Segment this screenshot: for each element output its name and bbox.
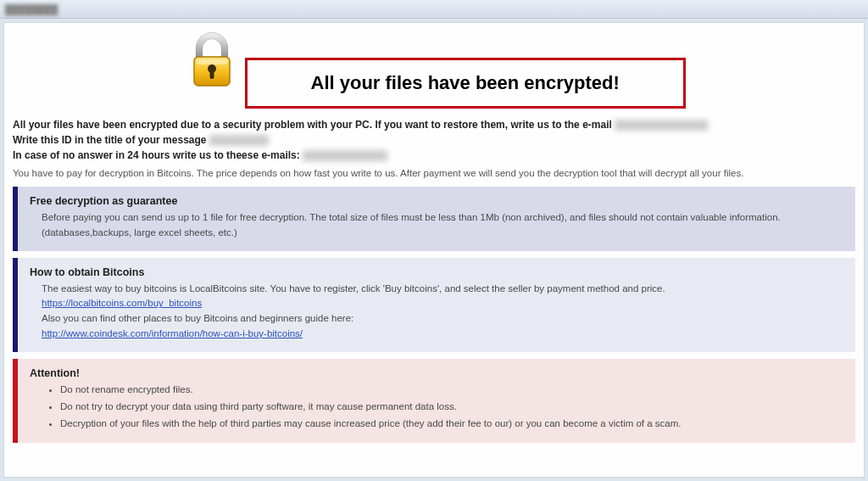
panel-guarantee-title: Free decryption as guarantee bbox=[30, 195, 843, 207]
bitcoins-line-1: The easiest way to buy bitcoins is Local… bbox=[42, 282, 843, 297]
attention-list: Do not rename encrypted files. Do not tr… bbox=[42, 383, 843, 431]
list-item: Do not rename encrypted files. bbox=[60, 383, 843, 398]
intro-line-1: All your files have been encrypted due t… bbox=[13, 117, 855, 132]
titlebar-text: ████████ bbox=[5, 4, 58, 14]
svg-rect-1 bbox=[197, 59, 227, 64]
panel-attention: Attention! Do not rename encrypted files… bbox=[13, 359, 855, 443]
panel-attention-title: Attention! bbox=[30, 367, 843, 379]
bitcoins-line-2: Also you can find other places to buy Bi… bbox=[42, 311, 843, 327]
panel-attention-body: Do not rename encrypted files. Do not tr… bbox=[30, 383, 843, 431]
header-section: All your files have been encrypted! bbox=[13, 30, 855, 109]
svg-rect-3 bbox=[210, 70, 214, 79]
redacted-id: xxxxxx bbox=[209, 135, 269, 146]
panel-bitcoins: How to obtain Bitcoins The easiest way t… bbox=[13, 258, 855, 352]
redacted-email-2: xxxxxxxxx bbox=[303, 150, 387, 161]
panel-bitcoins-body: The easiest way to buy bitcoins is Local… bbox=[30, 282, 843, 342]
redacted-email: xxxxxxxxxx bbox=[615, 120, 708, 131]
panel-guarantee: Free decryption as guarantee Before payi… bbox=[13, 187, 855, 251]
headline-text: All your files have been encrypted! bbox=[281, 72, 649, 94]
headline-box: All your files have been encrypted! bbox=[245, 58, 686, 109]
panel-guarantee-body: Before paying you can send us up to 1 fi… bbox=[30, 210, 843, 241]
list-item: Do not try to decrypt your data using th… bbox=[60, 400, 843, 415]
bitcoins-link-1[interactable]: https://localbitcoins.com/buy_bitcoins bbox=[42, 298, 202, 308]
intro-line-2: Write this ID in the title of your messa… bbox=[13, 132, 855, 148]
pay-instruction: You have to pay for decryption in Bitcoi… bbox=[13, 168, 855, 178]
panel-bitcoins-title: How to obtain Bitcoins bbox=[30, 266, 843, 278]
window-titlebar: ████████ bbox=[0, 0, 868, 19]
bitcoins-link-2[interactable]: http://www.coindesk.com/information/how-… bbox=[42, 328, 303, 338]
intro-block: All your files have been encrypted due t… bbox=[13, 117, 855, 163]
lock-icon bbox=[182, 30, 242, 92]
intro-line-3: In case of no answer in 24 hours write u… bbox=[13, 148, 855, 163]
list-item: Decryption of your files with the help o… bbox=[60, 417, 843, 432]
content-area: All your files have been encrypted! All … bbox=[3, 22, 865, 478]
